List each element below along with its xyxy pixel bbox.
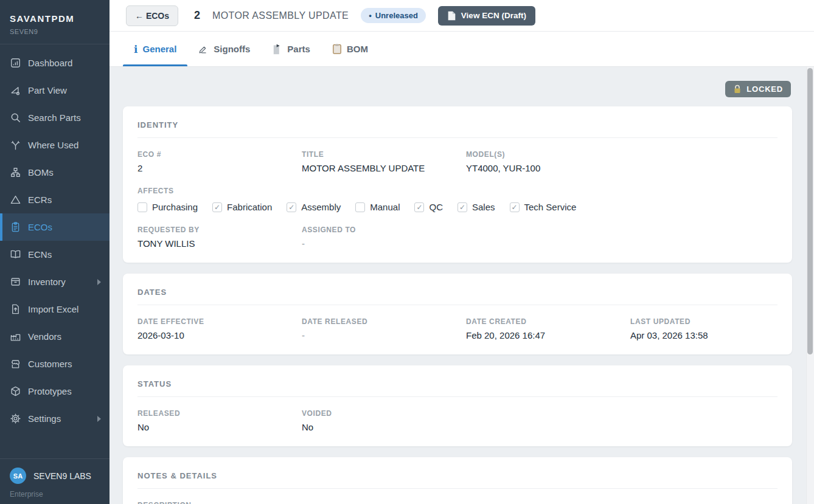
field-voided: VOIDED No	[302, 409, 777, 432]
checkbox-icon[interactable]	[355, 202, 365, 212]
tab-label: Signoffs	[214, 44, 250, 54]
sidebar-item-search-parts[interactable]: Search Parts	[0, 104, 110, 131]
field-label: DESCRIPTION	[137, 501, 777, 504]
import-excel-icon	[10, 303, 21, 315]
account-name: SEVEN9 LABS	[33, 471, 91, 481]
divider	[137, 305, 777, 305]
field-description: DESCRIPTION UPDATE MOTOR HOUSING FLANGE …	[137, 501, 777, 504]
field-assigned-to: ASSIGNED TO -	[302, 226, 777, 249]
eco-number: 2	[194, 9, 200, 22]
scrollbar-track[interactable]	[806, 67, 814, 504]
field-label: REQUESTED BY	[137, 226, 302, 234]
tab-parts[interactable]: Parts	[261, 32, 321, 66]
sidebar-item-boms[interactable]: BOMs	[0, 159, 110, 186]
field-value: YT4000, YUR-100	[466, 163, 777, 173]
checkbox-assembly[interactable]: Assembly	[287, 202, 341, 212]
field-value: Apr 03, 2026 13:58	[630, 330, 777, 340]
account-row[interactable]: SA SEVEN9 LABS	[10, 468, 100, 484]
checkbox-icon[interactable]	[212, 202, 222, 212]
boms-icon	[10, 167, 21, 178]
field-value: 2026-03-10	[137, 330, 302, 340]
card-title: STATUS	[137, 379, 777, 388]
divider	[137, 488, 777, 489]
sidebar-item-label: Vendors	[28, 331, 61, 342]
back-to-ecos-button[interactable]: ← ECOs	[126, 5, 178, 26]
card-title: NOTES & DETAILS	[137, 471, 777, 480]
tab-label: BOM	[347, 44, 368, 54]
status-badge: •Unreleased	[361, 8, 426, 23]
sidebar-item-inventory[interactable]: Inventory	[0, 268, 110, 295]
affects-checkboxes: Purchasing Fabrication Assembly Manual	[137, 202, 777, 212]
sidebar-item-customers[interactable]: Customers	[0, 350, 110, 378]
tab-general[interactable]: i General	[123, 32, 187, 66]
sidebar-item-import-excel[interactable]: Import Excel	[0, 295, 110, 323]
view-ecn-button[interactable]: View ECN (Draft)	[438, 6, 535, 26]
field-value: No	[137, 422, 302, 432]
clipboard-icon	[332, 44, 342, 54]
sidebar-item-label: Prototypes	[28, 386, 72, 396]
sidebar-item-prototypes[interactable]: Prototypes	[0, 378, 110, 405]
checkbox-sales[interactable]: Sales	[457, 202, 495, 212]
checkbox-tech-service[interactable]: Tech Service	[510, 202, 577, 212]
sidebar-nav: Dashboard Part View Search Parts Where U…	[0, 44, 110, 432]
checkbox-label: Tech Service	[524, 202, 577, 212]
brand-block: SAVANTPDM SEVEN9	[0, 0, 110, 44]
checkbox-icon[interactable]	[457, 202, 467, 212]
view-ecn-label: View ECN (Draft)	[461, 11, 526, 20]
field-value: -	[302, 330, 466, 340]
field-label: LAST UPDATED	[630, 317, 777, 326]
sidebar-footer: SA SEVEN9 LABS Enterprise	[0, 458, 110, 504]
sidebar-item-ecos[interactable]: ECOs	[0, 213, 110, 241]
tab-bom[interactable]: BOM	[321, 32, 379, 66]
sidebar-item-label: Dashboard	[28, 58, 72, 68]
dashboard-icon	[10, 57, 21, 69]
identity-card: IDENTITY ECO # 2 TITLE MOTOR ASSEMBLY UP…	[123, 106, 792, 263]
sidebar-item-label: Inventory	[28, 277, 66, 287]
checkbox-icon[interactable]	[287, 202, 296, 212]
checkbox-icon[interactable]	[510, 202, 520, 212]
page-flag-icon	[272, 44, 282, 55]
sidebar-item-ecns[interactable]: ECNs	[0, 241, 110, 268]
checkbox-label: Sales	[472, 202, 495, 212]
checkbox-qc[interactable]: QC	[414, 202, 443, 212]
field-value: Feb 20, 2026 16:47	[466, 330, 630, 340]
prototypes-icon	[10, 385, 21, 397]
field-last-updated: LAST UPDATED Apr 03, 2026 13:58	[630, 317, 777, 340]
sidebar-item-label: ECNs	[28, 249, 52, 260]
tab-signoffs[interactable]: Signoffs	[187, 32, 261, 66]
sidebar-item-settings[interactable]: Settings	[0, 405, 110, 432]
status-card: STATUS RELEASED No VOIDED No	[123, 365, 792, 446]
checkbox-icon[interactable]	[414, 202, 424, 212]
field-value: 2	[137, 163, 302, 173]
settings-icon	[10, 413, 21, 424]
checkbox-icon[interactable]	[137, 202, 147, 212]
document-icon	[447, 11, 456, 21]
status-fields-row: RELEASED No VOIDED No	[137, 409, 777, 432]
field-value: MOTOR ASSEMBLY UPDATE	[302, 163, 466, 173]
card-title: DATES	[137, 288, 777, 297]
sidebar-item-part-view[interactable]: Part View	[0, 77, 110, 104]
pen-icon	[198, 44, 209, 54]
scrollbar-thumb[interactable]	[807, 68, 813, 354]
sidebar-item-label: ECOs	[28, 222, 52, 232]
page-title: MOTOR ASSEMBLY UPDATE	[212, 10, 349, 21]
status-dot: •	[369, 11, 372, 20]
field-released: RELEASED No	[137, 409, 302, 432]
identity-people-row: REQUESTED BY TONY WILLIS ASSIGNED TO -	[137, 226, 777, 249]
checkbox-label: Fabrication	[227, 202, 272, 212]
sidebar-item-dashboard[interactable]: Dashboard	[0, 49, 110, 77]
checkbox-manual[interactable]: Manual	[355, 202, 400, 212]
field-date-created: DATE CREATED Feb 20, 2026 16:47	[466, 317, 630, 340]
sidebar-item-ecrs[interactable]: ECRs	[0, 186, 110, 213]
sidebar-item-vendors[interactable]: Vendors	[0, 323, 110, 350]
sidebar-item-where-used[interactable]: Where Used	[0, 131, 110, 159]
sidebar-item-label: ECRs	[28, 195, 52, 205]
checkbox-fabrication[interactable]: Fabrication	[212, 202, 272, 212]
field-date-released: DATE RELEASED -	[302, 317, 466, 340]
field-eco-number: ECO # 2	[137, 150, 302, 173]
checkbox-purchasing[interactable]: Purchasing	[137, 202, 198, 212]
account-plan: Enterprise	[10, 490, 100, 499]
vendors-icon	[10, 331, 21, 342]
main-area: ← ECOs 2 MOTOR ASSEMBLY UPDATE •Unreleas…	[110, 0, 814, 504]
info-icon: i	[134, 43, 137, 55]
